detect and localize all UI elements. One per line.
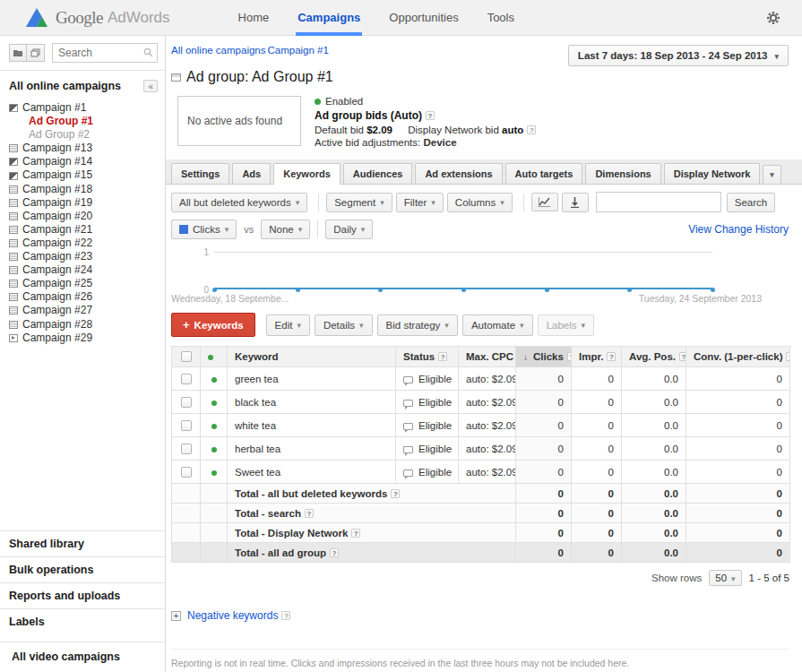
help-icon[interactable]: ? bbox=[330, 548, 339, 557]
help-icon[interactable]: ? bbox=[305, 509, 314, 518]
sidebar-item-campaign-28[interactable]: Campaign #28 bbox=[9, 318, 165, 332]
row-checkbox[interactable] bbox=[181, 444, 192, 454]
bid-strategy-dropdown[interactable]: Bid strategy▾ bbox=[377, 314, 458, 336]
keyword-cell[interactable]: green tea bbox=[228, 367, 396, 391]
date-range-selector[interactable]: Last 7 days: 18 Sep 2013 - 24 Sep 2013▾ bbox=[568, 45, 789, 66]
max-cpc-cell[interactable]: auto: $2.09 bbox=[459, 414, 516, 437]
sidebar-search-input[interactable] bbox=[52, 43, 158, 63]
settings-gear-icon[interactable] bbox=[764, 9, 782, 27]
columns-dropdown[interactable]: Columns▾ bbox=[447, 193, 513, 212]
breadcrumb-campaign-1[interactable]: Campaign #1 bbox=[267, 45, 328, 56]
sidebar-item-campaign-29[interactable]: Campaign #29 bbox=[9, 332, 165, 345]
keyword-cell[interactable]: Sweet tea bbox=[228, 461, 396, 484]
add-keywords-button[interactable]: +Keywords bbox=[171, 313, 255, 337]
sidebar-item-campaign-20[interactable]: Campaign #20 bbox=[9, 210, 165, 223]
nav-campaigns[interactable]: Campaigns bbox=[283, 0, 375, 36]
sidebar-item-campaign-23[interactable]: Campaign #23 bbox=[9, 250, 165, 263]
tab-ads[interactable]: Ads bbox=[232, 163, 271, 184]
sidebar-item-campaign-13[interactable]: Campaign #13 bbox=[9, 142, 165, 155]
sidebar-item-campaign-24[interactable]: Campaign #24 bbox=[9, 263, 165, 277]
tab-dimensions[interactable]: Dimensions bbox=[585, 163, 660, 184]
select-all-checkbox[interactable] bbox=[181, 351, 192, 362]
col-max-cpc[interactable]: Max. CPC? bbox=[459, 347, 516, 367]
help-icon[interactable]: ? bbox=[607, 352, 616, 361]
sidebar-item-campaign-14[interactable]: Campaign #14 bbox=[9, 155, 165, 168]
sidebar-item-adgroup-1[interactable]: Ad Group #1 bbox=[9, 115, 165, 128]
sidebar-item-campaign-27[interactable]: Campaign #27 bbox=[9, 304, 165, 317]
edit-dropdown[interactable]: Edit▾ bbox=[266, 314, 310, 336]
col-conv[interactable]: Conv. (1-per-click)? bbox=[686, 347, 790, 367]
sidebar-item-campaign-19[interactable]: Campaign #19 bbox=[9, 196, 165, 210]
col-status[interactable]: Status? bbox=[396, 347, 459, 367]
folder-icon[interactable] bbox=[9, 44, 27, 62]
help-icon[interactable]: ? bbox=[351, 529, 360, 538]
breadcrumb-all-online-campaigns[interactable]: All online campaigns bbox=[171, 45, 265, 56]
sidebar-item-campaign-21[interactable]: Campaign #21 bbox=[9, 223, 165, 237]
nav-tools[interactable]: Tools bbox=[473, 0, 529, 36]
tab-audiences[interactable]: Audiences bbox=[343, 163, 413, 184]
chart-toggle-button[interactable] bbox=[531, 193, 558, 211]
col-impr[interactable]: Impr.? bbox=[572, 347, 622, 367]
help-icon[interactable]: ? bbox=[786, 352, 789, 361]
row-checkbox[interactable] bbox=[181, 467, 192, 478]
row-checkbox[interactable] bbox=[181, 420, 192, 431]
sidebar-item-campaign-22[interactable]: Campaign #22 bbox=[9, 237, 165, 250]
search-button[interactable]: Search bbox=[727, 193, 775, 212]
sidebar-item-shared-library[interactable]: Shared library bbox=[0, 530, 165, 556]
help-icon[interactable]: ? bbox=[438, 352, 447, 361]
tab-auto-targets[interactable]: Auto targets bbox=[505, 163, 583, 184]
google-adwords-logo[interactable]: Google AdWords bbox=[25, 8, 170, 28]
filter-dropdown[interactable]: Filter▾ bbox=[396, 193, 444, 212]
view-change-history-link[interactable]: View Change History bbox=[688, 223, 789, 236]
help-icon[interactable]: ? bbox=[391, 489, 400, 498]
tab-settings[interactable]: Settings bbox=[171, 163, 229, 184]
keyword-search-input[interactable] bbox=[596, 192, 721, 212]
metric-dropdown[interactable]: Clicks▾ bbox=[171, 220, 237, 239]
sidebar-item-labels[interactable]: Labels bbox=[0, 608, 165, 634]
max-cpc-cell[interactable]: auto: $2.09 bbox=[459, 461, 516, 484]
row-checkbox[interactable] bbox=[181, 397, 192, 408]
keyword-cell[interactable]: white tea bbox=[228, 414, 396, 437]
help-icon[interactable]: ? bbox=[281, 611, 290, 620]
compare-metric-dropdown[interactable]: None▾ bbox=[261, 220, 310, 239]
negative-keywords-link[interactable]: Negative keywords bbox=[187, 609, 278, 622]
help-icon[interactable]: ? bbox=[527, 125, 536, 134]
nav-home[interactable]: Home bbox=[224, 0, 284, 36]
tab-ad-extensions[interactable]: Ad extensions bbox=[415, 163, 502, 184]
max-cpc-cell[interactable]: auto: $2.09 bbox=[459, 391, 516, 414]
details-dropdown[interactable]: Details▾ bbox=[315, 314, 373, 336]
sidebar-item-campaign-26[interactable]: Campaign #26 bbox=[9, 290, 165, 304]
help-icon[interactable]: ? bbox=[679, 352, 686, 361]
interval-dropdown[interactable]: Daily▾ bbox=[325, 220, 373, 239]
col-avg-pos[interactable]: Avg. Pos.? bbox=[622, 347, 686, 367]
max-cpc-cell[interactable]: auto: $2.09 bbox=[459, 367, 516, 391]
tab-more-dropdown[interactable]: ▾ bbox=[763, 165, 781, 184]
help-icon[interactable]: ? bbox=[567, 352, 572, 361]
sidebar-item-campaign-18[interactable]: Campaign #18 bbox=[9, 183, 165, 196]
campaign-list-icon[interactable] bbox=[27, 44, 45, 62]
sidebar-item-campaign-15[interactable]: Campaign #15 bbox=[9, 168, 165, 182]
sidebar-item-campaign-25[interactable]: Campaign #25 bbox=[9, 277, 165, 290]
help-icon[interactable]: ? bbox=[426, 111, 435, 120]
segment-dropdown[interactable]: Segment▾ bbox=[326, 193, 392, 212]
tab-display-network[interactable]: Display Network bbox=[664, 163, 761, 184]
download-button[interactable] bbox=[562, 193, 589, 212]
nav-opportunities[interactable]: Opportunities bbox=[375, 0, 472, 36]
col-keyword[interactable]: Keyword bbox=[228, 347, 396, 367]
row-checkbox[interactable] bbox=[181, 374, 192, 384]
labels-dropdown[interactable]: Labels▾ bbox=[538, 314, 594, 336]
sidebar-item-all-video-campaigns[interactable]: All video campaigns bbox=[0, 642, 165, 672]
keyword-cell[interactable]: herbal tea bbox=[228, 437, 396, 461]
sidebar-item-reports-uploads[interactable]: Reports and uploads bbox=[0, 582, 165, 608]
col-clicks-sorted[interactable]: ↓Clicks? bbox=[516, 347, 572, 367]
sidebar-item-bulk-operations[interactable]: Bulk operations bbox=[0, 556, 165, 582]
tab-keywords[interactable]: Keywords bbox=[273, 163, 341, 185]
expand-icon[interactable]: + bbox=[171, 611, 181, 621]
automate-dropdown[interactable]: Automate▾ bbox=[462, 314, 533, 336]
sidebar-collapse-button[interactable]: « bbox=[143, 80, 158, 92]
sidebar-item-adgroup-2[interactable]: Ad Group #2 bbox=[9, 128, 165, 142]
show-rows-select[interactable]: 50▾ bbox=[709, 570, 741, 586]
sidebar-item-campaign-1[interactable]: Campaign #1 bbox=[9, 101, 165, 115]
keyword-cell[interactable]: black tea bbox=[228, 391, 396, 414]
filter-view-dropdown[interactable]: All but deleted keywords▾ bbox=[171, 193, 307, 212]
